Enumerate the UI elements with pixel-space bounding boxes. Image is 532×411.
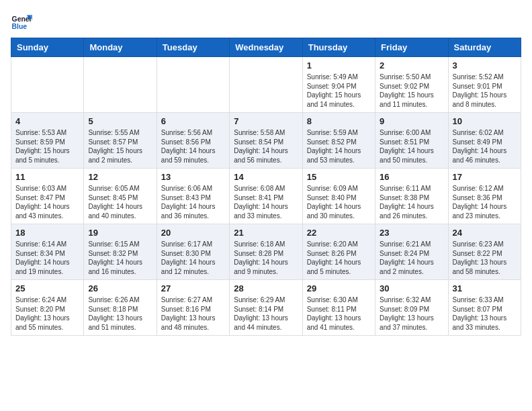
cell-info: Sunrise: 5:52 AM Sunset: 9:01 PM Dayligh… [453, 73, 517, 109]
page-header: General Blue [11, 11, 521, 32]
cell-info: Sunrise: 6:33 AM Sunset: 8:07 PM Dayligh… [453, 295, 517, 332]
calendar-cell: 24Sunrise: 6:23 AM Sunset: 8:22 PM Dayli… [448, 224, 521, 280]
calendar-cell [11, 57, 84, 113]
day-number: 12 [88, 172, 152, 182]
calendar-cell: 25Sunrise: 6:24 AM Sunset: 8:20 PM Dayli… [11, 280, 84, 336]
day-number: 9 [380, 116, 443, 126]
day-number: 23 [380, 228, 443, 238]
svg-text:Blue: Blue [12, 23, 28, 30]
day-number: 14 [234, 172, 298, 182]
cell-info: Sunrise: 6:27 AM Sunset: 8:16 PM Dayligh… [161, 295, 225, 332]
day-number: 3 [453, 60, 517, 71]
cell-info: Sunrise: 6:23 AM Sunset: 8:22 PM Dayligh… [453, 240, 517, 276]
day-number: 19 [88, 228, 152, 238]
day-number: 15 [307, 172, 371, 182]
day-number: 8 [307, 116, 371, 126]
calendar-cell: 7Sunrise: 5:58 AM Sunset: 8:54 PM Daylig… [230, 113, 302, 169]
cell-info: Sunrise: 6:00 AM Sunset: 8:51 PM Dayligh… [380, 128, 443, 165]
cell-info: Sunrise: 6:02 AM Sunset: 8:49 PM Dayligh… [453, 128, 517, 165]
cell-info: Sunrise: 6:30 AM Sunset: 8:11 PM Dayligh… [307, 295, 371, 332]
cell-info: Sunrise: 6:29 AM Sunset: 8:14 PM Dayligh… [234, 295, 298, 332]
calendar-cell: 22Sunrise: 6:20 AM Sunset: 8:26 PM Dayli… [302, 224, 375, 280]
calendar-cell: 26Sunrise: 6:26 AM Sunset: 8:18 PM Dayli… [84, 280, 157, 336]
calendar-week-row: 25Sunrise: 6:24 AM Sunset: 8:20 PM Dayli… [11, 280, 521, 336]
calendar-cell: 13Sunrise: 6:06 AM Sunset: 8:43 PM Dayli… [157, 169, 229, 224]
column-header-saturday: Saturday [448, 38, 521, 57]
cell-info: Sunrise: 6:21 AM Sunset: 8:24 PM Dayligh… [380, 240, 443, 276]
column-header-monday: Monday [84, 38, 157, 57]
cell-info: Sunrise: 6:08 AM Sunset: 8:41 PM Dayligh… [234, 184, 298, 220]
day-number: 6 [161, 116, 225, 126]
calendar-cell: 15Sunrise: 6:09 AM Sunset: 8:40 PM Dayli… [302, 169, 375, 224]
cell-info: Sunrise: 6:17 AM Sunset: 8:30 PM Dayligh… [161, 240, 225, 276]
day-number: 1 [307, 60, 371, 71]
day-number: 28 [234, 283, 298, 293]
calendar-cell: 10Sunrise: 6:02 AM Sunset: 8:49 PM Dayli… [448, 113, 521, 169]
day-number: 21 [234, 228, 298, 238]
column-header-wednesday: Wednesday [230, 38, 302, 57]
day-number: 26 [88, 283, 152, 293]
day-number: 30 [380, 283, 443, 293]
calendar-cell: 30Sunrise: 6:32 AM Sunset: 8:09 PM Dayli… [375, 280, 448, 336]
cell-info: Sunrise: 6:15 AM Sunset: 8:32 PM Dayligh… [88, 240, 152, 276]
day-number: 16 [380, 172, 443, 182]
day-number: 13 [161, 172, 225, 182]
calendar-cell: 20Sunrise: 6:17 AM Sunset: 8:30 PM Dayli… [157, 224, 229, 280]
day-number: 11 [15, 172, 79, 182]
day-number: 27 [161, 283, 225, 293]
calendar-cell: 19Sunrise: 6:15 AM Sunset: 8:32 PM Dayli… [84, 224, 157, 280]
calendar-cell: 2Sunrise: 5:50 AM Sunset: 9:02 PM Daylig… [375, 57, 448, 113]
cell-info: Sunrise: 5:50 AM Sunset: 9:02 PM Dayligh… [380, 73, 443, 109]
day-number: 10 [453, 116, 517, 126]
calendar-cell: 16Sunrise: 6:11 AM Sunset: 8:38 PM Dayli… [375, 169, 448, 224]
logo: General Blue [11, 11, 32, 32]
calendar-cell: 9Sunrise: 6:00 AM Sunset: 8:51 PM Daylig… [375, 113, 448, 169]
cell-info: Sunrise: 6:18 AM Sunset: 8:28 PM Dayligh… [234, 240, 298, 276]
calendar-cell: 27Sunrise: 6:27 AM Sunset: 8:16 PM Dayli… [157, 280, 229, 336]
calendar-cell: 6Sunrise: 5:56 AM Sunset: 8:56 PM Daylig… [157, 113, 229, 169]
day-number: 18 [15, 228, 79, 238]
logo-icon: General Blue [11, 11, 32, 32]
day-number: 4 [15, 116, 79, 126]
calendar-cell: 12Sunrise: 6:05 AM Sunset: 8:45 PM Dayli… [84, 169, 157, 224]
cell-info: Sunrise: 6:09 AM Sunset: 8:40 PM Dayligh… [307, 184, 371, 220]
calendar-table: SundayMondayTuesdayWednesdayThursdayFrid… [11, 38, 521, 336]
cell-info: Sunrise: 5:55 AM Sunset: 8:57 PM Dayligh… [88, 128, 152, 165]
cell-info: Sunrise: 5:58 AM Sunset: 8:54 PM Dayligh… [234, 128, 298, 165]
calendar-cell: 4Sunrise: 5:53 AM Sunset: 8:59 PM Daylig… [11, 113, 84, 169]
calendar-week-row: 4Sunrise: 5:53 AM Sunset: 8:59 PM Daylig… [11, 113, 521, 169]
cell-info: Sunrise: 6:05 AM Sunset: 8:45 PM Dayligh… [88, 184, 152, 220]
day-number: 20 [161, 228, 225, 238]
calendar-cell: 23Sunrise: 6:21 AM Sunset: 8:24 PM Dayli… [375, 224, 448, 280]
calendar-header-row: SundayMondayTuesdayWednesdayThursdayFrid… [11, 38, 521, 57]
day-number: 31 [453, 283, 517, 293]
cell-info: Sunrise: 6:12 AM Sunset: 8:36 PM Dayligh… [453, 184, 517, 220]
cell-info: Sunrise: 6:20 AM Sunset: 8:26 PM Dayligh… [307, 240, 371, 276]
day-number: 29 [307, 283, 371, 293]
column-header-thursday: Thursday [302, 38, 375, 57]
day-number: 7 [234, 116, 298, 126]
calendar-week-row: 11Sunrise: 6:03 AM Sunset: 8:47 PM Dayli… [11, 169, 521, 224]
calendar-cell [157, 57, 229, 113]
calendar-cell: 1Sunrise: 5:49 AM Sunset: 9:04 PM Daylig… [302, 57, 375, 113]
day-number: 5 [88, 116, 152, 126]
calendar-cell [84, 57, 157, 113]
calendar-cell: 29Sunrise: 6:30 AM Sunset: 8:11 PM Dayli… [302, 280, 375, 336]
calendar-cell: 18Sunrise: 6:14 AM Sunset: 8:34 PM Dayli… [11, 224, 84, 280]
day-number: 17 [453, 172, 517, 182]
day-number: 2 [380, 60, 443, 71]
calendar-cell: 17Sunrise: 6:12 AM Sunset: 8:36 PM Dayli… [448, 169, 521, 224]
cell-info: Sunrise: 5:59 AM Sunset: 8:52 PM Dayligh… [307, 128, 371, 165]
calendar-cell: 11Sunrise: 6:03 AM Sunset: 8:47 PM Dayli… [11, 169, 84, 224]
cell-info: Sunrise: 5:56 AM Sunset: 8:56 PM Dayligh… [161, 128, 225, 165]
column-header-sunday: Sunday [11, 38, 84, 57]
cell-info: Sunrise: 6:26 AM Sunset: 8:18 PM Dayligh… [88, 295, 152, 332]
day-number: 22 [307, 228, 371, 238]
cell-info: Sunrise: 6:24 AM Sunset: 8:20 PM Dayligh… [15, 295, 79, 332]
column-header-tuesday: Tuesday [157, 38, 229, 57]
cell-info: Sunrise: 5:53 AM Sunset: 8:59 PM Dayligh… [15, 128, 79, 165]
column-header-friday: Friday [375, 38, 448, 57]
calendar-cell: 21Sunrise: 6:18 AM Sunset: 8:28 PM Dayli… [230, 224, 302, 280]
day-number: 25 [15, 283, 79, 293]
calendar-cell [230, 57, 302, 113]
